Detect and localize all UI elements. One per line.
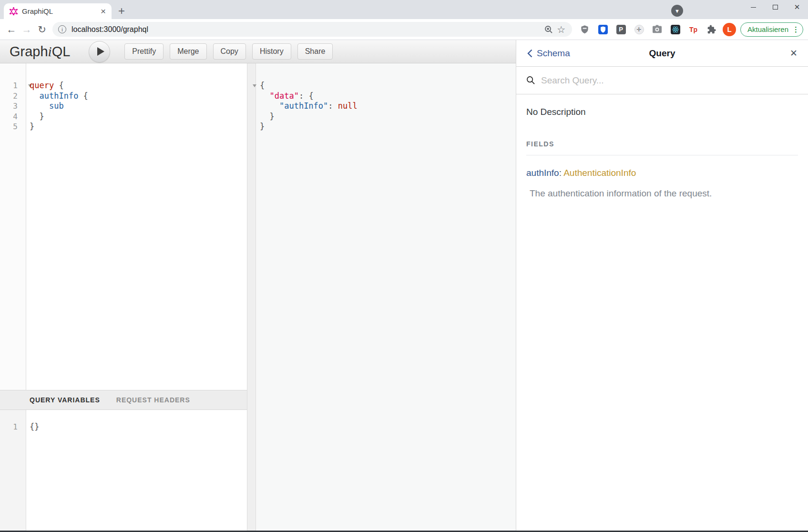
graphiql-app: GraphiQL Prettify Merge Copy History Sha… <box>0 40 808 531</box>
window-minimize-button[interactable] <box>742 0 764 14</box>
share-button[interactable]: Share <box>297 43 333 60</box>
browser-navbar: ← → ↻ i ☆ P ✛ <box>0 19 808 40</box>
window-maximize-button[interactable] <box>764 0 786 14</box>
doc-explorer-panel: Schema Query ✕ No Description FIELDS aut… <box>516 40 808 531</box>
variables-editor-wrap: 1 {} <box>0 410 247 531</box>
tab-title: GraphiQL <box>22 7 100 15</box>
address-bar[interactable]: i ☆ <box>52 22 572 37</box>
line-number: 1 <box>13 422 18 431</box>
line-number: 4 <box>13 112 18 121</box>
field-colon: : <box>559 168 564 178</box>
copy-button[interactable]: Copy <box>213 43 246 60</box>
reload-button[interactable]: ↻ <box>34 22 50 37</box>
new-tab-button[interactable]: + <box>114 4 129 18</box>
graphql-favicon-icon <box>10 7 18 15</box>
line-number: 2 <box>13 92 18 101</box>
forward-button[interactable]: → <box>19 22 34 37</box>
query-editor[interactable]: query { authInfo { sub }} <box>26 63 247 390</box>
chrome-menu-icon[interactable]: ⋮ <box>792 25 799 34</box>
field-row: authInfo: AuthenticationInfo <box>526 168 798 178</box>
tab-request-headers[interactable]: REQUEST HEADERS <box>116 396 190 404</box>
extensions-row: P ✛ Tp <box>578 22 718 36</box>
query-line-numbers-gutter: 12345 <box>0 63 26 390</box>
graphiql-logo: GraphiQL <box>10 44 70 60</box>
camera-extension-icon[interactable] <box>650 22 664 36</box>
line-number: 1 <box>13 81 18 90</box>
fields-heading: FIELDS <box>526 140 798 155</box>
graphiql-main: GraphiQL Prettify Merge Copy History Sha… <box>0 40 516 531</box>
react-devtools-icon[interactable] <box>668 22 682 36</box>
window-close-button[interactable]: ✕ <box>786 0 808 14</box>
doc-title: Query <box>516 48 808 59</box>
zoom-icon[interactable] <box>542 23 555 36</box>
line-number: 3 <box>13 102 18 111</box>
update-label: Aktualisieren <box>747 25 788 33</box>
tp-extension-icon[interactable]: Tp <box>686 22 700 36</box>
query-editor-wrap: 12345 query { authInfo { sub }} <box>0 63 247 390</box>
doc-search-row <box>516 67 808 94</box>
extensions-puzzle-icon[interactable] <box>705 22 718 36</box>
profile-avatar[interactable]: L <box>723 23 736 36</box>
field-name-link[interactable]: authInfo <box>526 168 559 178</box>
line-number: 5 <box>13 122 18 131</box>
doc-content: No Description FIELDS authInfo: Authenti… <box>516 94 808 211</box>
history-button[interactable]: History <box>252 43 291 60</box>
minimize-icon <box>751 7 756 8</box>
page-info-icon[interactable]: i <box>58 25 66 33</box>
chrome-status-caret-icon[interactable]: ▼ <box>671 5 683 17</box>
result-viewer[interactable]: { "data": { "authInfo": null }} <box>256 63 516 132</box>
maximize-icon <box>773 5 778 10</box>
merge-button[interactable]: Merge <box>170 43 206 60</box>
adblock-shield-icon[interactable] <box>578 22 592 36</box>
doc-close-icon[interactable]: ✕ <box>790 48 798 59</box>
update-browser-button[interactable]: Aktualisieren ⋮ <box>740 22 803 37</box>
tab-strip: GraphiQL × + ▼ ✕ <box>0 0 808 19</box>
browser-window: GraphiQL × + ▼ ✕ ← → ↻ i ☆ <box>0 0 808 532</box>
execute-query-button[interactable] <box>89 41 110 62</box>
pane-resize-divider[interactable] <box>247 63 256 531</box>
tab-close-icon[interactable]: × <box>100 7 107 16</box>
bookmark-star-icon[interactable]: ☆ <box>555 23 567 36</box>
p-extension-icon[interactable]: P <box>614 22 628 36</box>
back-button[interactable]: ← <box>4 22 19 37</box>
type-description: No Description <box>526 107 798 117</box>
editors-area: 12345 query { authInfo { sub }} QUERY VA… <box>0 63 516 531</box>
field-type-link[interactable]: AuthenticationInfo <box>563 168 636 178</box>
play-icon <box>97 47 104 56</box>
fold-toggle-icon[interactable] <box>253 84 256 87</box>
doc-explorer-header: Schema Query ✕ <box>516 40 808 67</box>
variables-editor[interactable]: {} <box>26 410 247 531</box>
query-pane: 12345 query { authInfo { sub }} QUERY VA… <box>0 63 247 531</box>
prettify-button[interactable]: Prettify <box>124 43 164 60</box>
browser-tab[interactable]: GraphiQL × <box>4 3 112 19</box>
dots-extension-icon[interactable]: ✛ <box>632 22 646 36</box>
url-input[interactable] <box>72 25 542 34</box>
search-icon <box>526 76 535 85</box>
graphiql-toolbar: GraphiQL Prettify Merge Copy History Sha… <box>0 40 516 63</box>
field-description: The authentication information of the re… <box>530 188 798 199</box>
variables-line-numbers-gutter: 1 <box>0 410 26 531</box>
bitwarden-icon[interactable] <box>596 22 610 36</box>
tab-query-variables[interactable]: QUERY VARIABLES <box>30 396 100 404</box>
result-pane: { "data": { "authInfo": null }} <box>256 63 516 531</box>
doc-search-input[interactable] <box>541 75 798 86</box>
window-controls: ✕ <box>742 0 808 14</box>
variables-tab-bar: QUERY VARIABLES REQUEST HEADERS <box>0 390 247 410</box>
